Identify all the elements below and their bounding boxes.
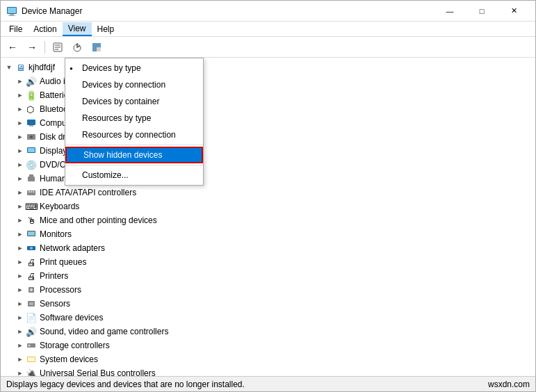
status-bar: Displays legacy devices and devices that… [1,376,535,391]
close-button[interactable]: ✕ [498,1,530,22]
list-item[interactable]: ► ⌨ Keyboards [1,199,535,213]
expander[interactable]: ► [15,187,26,198]
list-item[interactable]: ► 🖨 Printers [1,269,535,283]
expander[interactable]: ► [15,215,26,226]
expander[interactable]: ► [15,326,26,337]
menu-file[interactable]: File [3,22,28,36]
list-item[interactable]: ► IDE ATA/ATAPI controllers [1,186,535,199]
menu-resources-by-connection[interactable]: Resources by connection [65,126,203,143]
item-label: Monitors [40,229,72,239]
item-label: Sound, video and game controllers [40,327,168,336]
list-item[interactable]: ► 🔌 Universal Serial Bus controllers [1,366,535,376]
item-label: Storage controllers [40,341,110,350]
expander[interactable]: ► [15,104,26,115]
svg-rect-1 [10,14,14,15]
menu-help[interactable]: Help [92,22,120,36]
expander[interactable]: ► [15,243,26,254]
menu-view[interactable]: View [63,22,92,36]
item-icon: ⬡ [26,104,37,115]
item-icon [26,229,37,240]
item-label: Keyboards [40,202,79,211]
resources-by-type-label: Resources by type [82,113,151,123]
expander[interactable]: ► [15,76,26,87]
svg-rect-25 [31,191,32,193]
list-item[interactable]: ► Storage controllers [1,338,535,352]
separator-1 [65,145,203,145]
menu-action[interactable]: Action [28,22,62,36]
expander[interactable]: ► [15,159,26,170]
svg-rect-34 [29,302,33,305]
svg-point-30 [30,247,33,250]
item-label: Universal Serial Bus controllers [40,368,156,376]
expander[interactable]: ► [15,270,26,281]
devices-by-connection-label: Devices by connection [82,80,165,90]
svg-rect-22 [31,174,33,177]
expander[interactable]: ► [15,354,26,365]
menu-show-hidden-devices[interactable]: Show hidden devices [65,147,203,163]
update-icon [72,42,83,53]
list-item[interactable]: ► 🖨 Print queues [1,255,535,269]
item-label: Network adapters [40,243,105,253]
list-item[interactable]: ► 🔊 Sound, video and game controllers [1,325,535,338]
item-label: IDE ATA/ATAPI controllers [40,188,136,197]
menu-customize[interactable]: Customize... [65,167,203,183]
svg-rect-19 [28,148,35,152]
menu-resources-by-type[interactable]: Resources by type [65,110,203,126]
svg-rect-9 [92,43,97,47]
minimize-button[interactable]: — [434,1,466,22]
item-icon: 💿 [26,159,37,170]
expander[interactable]: ► [15,90,26,101]
svg-rect-38 [28,357,35,361]
item-icon: 📄 [26,312,37,323]
list-item[interactable]: ► 🖱 Mice and other pointing devices [1,213,535,227]
expander[interactable]: ► [15,340,26,351]
svg-rect-3 [8,8,16,13]
svg-rect-12 [97,47,101,51]
menu-devices-by-connection[interactable]: Devices by connection [65,76,203,93]
scan-button[interactable] [88,40,106,55]
update-driver-button[interactable] [68,40,86,55]
expander[interactable]: ► [15,117,26,129]
root-expander[interactable]: ▼ [3,62,15,73]
expander[interactable]: ► [15,229,26,240]
expander[interactable]: ► [15,173,26,184]
list-item[interactable]: ► 📄 Software devices [1,311,535,325]
maximize-button[interactable]: □ [466,1,498,22]
svg-rect-15 [29,125,33,126]
forward-button[interactable]: → [23,40,41,55]
item-icon [26,298,37,309]
expander[interactable]: ► [15,298,26,309]
item-icon: ⌨ [26,201,37,212]
menu-devices-by-container[interactable]: Devices by container [65,93,203,110]
svg-point-36 [29,345,31,347]
expander[interactable]: ► [15,145,26,156]
properties-button[interactable] [49,40,67,55]
menu-devices-by-type[interactable]: Devices by type [65,60,203,76]
list-item[interactable]: ► Monitors [1,227,535,241]
item-icon: 🖱 [26,215,37,226]
app-icon [6,6,17,17]
list-item[interactable]: ► System devices [1,352,535,366]
list-item[interactable]: ► Network adapters [1,241,535,255]
svg-rect-28 [28,231,35,236]
expander[interactable]: ► [15,131,26,142]
item-icon [26,173,37,184]
toolbar-separator-1 [44,41,45,54]
expander[interactable]: ► [15,256,26,268]
scan-icon [91,42,102,53]
view-dropdown-menu[interactable]: Devices by type Devices by connection De… [65,58,204,186]
root-icon: 🖥 [15,62,26,73]
expander[interactable]: ► [15,312,26,323]
item-icon: 🔌 [26,368,37,376]
list-item[interactable]: ► Processors [1,283,535,297]
list-item[interactable]: ► Sensors [1,297,535,311]
back-button[interactable]: ← [3,40,22,55]
expander[interactable]: ► [15,368,26,376]
expander[interactable]: ► [15,284,26,295]
item-icon [26,284,37,295]
item-label: System devices [40,354,98,364]
item-icon [26,131,37,142]
devices-by-container-label: Devices by container [82,97,159,106]
svg-rect-21 [29,174,31,177]
window-title: Device Manager [22,6,82,16]
